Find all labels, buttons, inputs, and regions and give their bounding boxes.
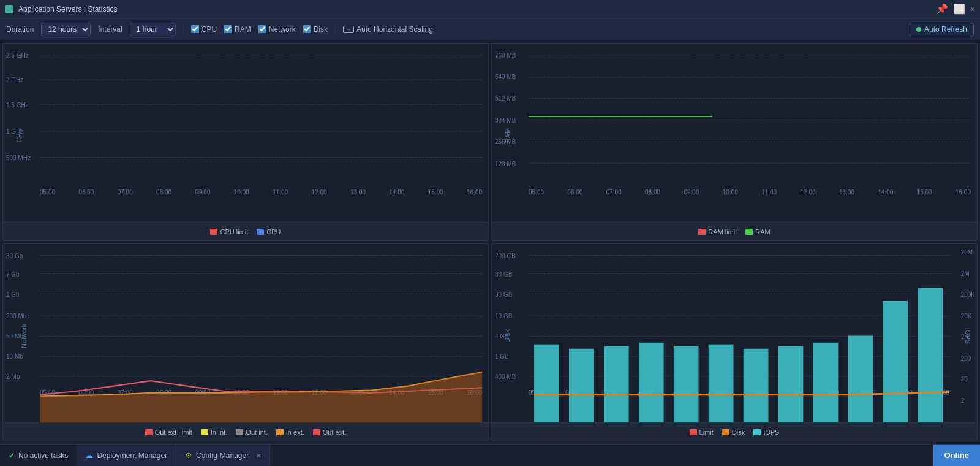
network-checkbox-item[interactable]: Network: [258, 25, 296, 34]
no-active-tasks-label: No active tasks: [18, 451, 68, 460]
svg-rect-9: [778, 346, 804, 422]
config-icon: ⚙: [185, 451, 192, 460]
ram-gridline-4: 256 MB: [529, 142, 971, 142]
network-chart-inner: 30 Gb 7 Gb 1 Gb 200 Mb 50 Mb 10 Mb: [40, 249, 482, 422]
ram-gridline-5: 128 MB: [529, 163, 971, 164]
legend-cpu: CPU: [257, 228, 281, 235]
ram-chart-panel: RAM 768 MB 640 MB 512 MB 384 MB 256 MB: [491, 43, 978, 241]
legend-iops: IOPS: [753, 429, 779, 436]
cpu-x-axis: 05:00 06:00 07:00 08:00 09:00 10:00 11:0…: [40, 186, 482, 204]
ram-chart-inner: 768 MB 640 MB 512 MB 384 MB 256 MB 128 M…: [529, 48, 971, 222]
ram-checkbox[interactable]: [224, 25, 232, 33]
legend-ram: RAM: [745, 228, 770, 235]
tab-deployment-manager[interactable]: ☁ Deployment Manager: [77, 445, 176, 466]
config-manager-label: Config-Manager: [196, 451, 249, 460]
auto-horiz-scaling: ↔ Auto Horizontal Scaling: [343, 25, 433, 34]
network-checkbox[interactable]: [258, 25, 266, 33]
bottom-bar: ✔ No active tasks ☁ Deployment Manager ⚙…: [0, 444, 980, 466]
iops-right-axis: 20M 2M 200K 20K 2K 200 20 2: [960, 249, 976, 404]
charts-area: CPU 2.5 GHz 2 GHz 1.5 GHz 1 GHz 500 MHz: [0, 40, 980, 444]
cpu-legend: CPU limit CPU: [3, 222, 488, 240]
close-icon[interactable]: ×: [970, 4, 975, 14]
network-legend: Out ext. limit In Int. Out int. In ext. …: [3, 422, 488, 441]
network-chart-panel: Network 30 Gb 7 Gb 1 Gb 200 Mb 50 Mb: [2, 243, 489, 441]
duration-select[interactable]: 12 hours 1 hour 3 hours 6 hours 1 day 1 …: [41, 23, 91, 36]
online-button[interactable]: Online: [933, 445, 980, 467]
auto-refresh-label: Auto Refresh: [924, 25, 967, 34]
svg-rect-2: [534, 345, 559, 422]
auto-refresh-button[interactable]: Auto Refresh: [910, 23, 974, 36]
disk-legend: Limit Disk IOPS: [492, 422, 977, 441]
svg-marker-1: [40, 372, 482, 422]
legend-cpu-limit-color: [210, 229, 217, 235]
ram-svg-line: [529, 48, 712, 140]
disk-checkbox-item[interactable]: Disk: [303, 25, 328, 34]
legend-in-int: In Int.: [201, 429, 228, 436]
duration-label: Duration: [6, 25, 34, 34]
svg-rect-8: [744, 349, 769, 422]
pin-icon[interactable]: 📌: [936, 3, 948, 15]
disk-label: Disk: [314, 25, 328, 34]
svg-rect-5: [639, 343, 664, 422]
svg-rect-6: [674, 346, 699, 422]
cpu-checkbox[interactable]: [191, 25, 199, 33]
tab-config-manager[interactable]: ⚙ Config-Manager ×: [176, 445, 270, 466]
title-bar: Application Servers : Statistics 📌 ⬜ ×: [0, 0, 980, 18]
cloud-icon: ☁: [85, 451, 93, 460]
check-icon: ✔: [9, 451, 15, 460]
maximize-icon[interactable]: ⬜: [953, 3, 965, 15]
legend-disk-limit: Limit: [690, 429, 714, 436]
auto-horiz-label: Auto Horizontal Scaling: [356, 25, 433, 34]
legend-out-ext: Out ext.: [313, 429, 347, 436]
disk-svg: [529, 249, 949, 422]
ram-x-axis: 05:00 06:00 07:00 08:00 09:00 10:00 11:0…: [529, 186, 971, 204]
legend-disk: Disk: [722, 429, 745, 436]
svg-rect-4: [604, 346, 629, 422]
app-icon: [5, 5, 13, 13]
svg-rect-3: [569, 349, 594, 422]
refresh-status-dot: [916, 27, 921, 32]
svg-rect-10: [813, 343, 839, 422]
svg-rect-7: [709, 345, 734, 422]
svg-rect-13: [918, 288, 943, 422]
network-svg: [40, 249, 482, 422]
cpu-label: CPU: [202, 25, 217, 34]
legend-ram-limit-color: [698, 229, 706, 235]
cpu-chart-panel: CPU 2.5 GHz 2 GHz 1.5 GHz 1 GHz 500 MHz: [2, 43, 489, 241]
legend-out-int: Out int.: [236, 429, 267, 436]
legend-ram-limit: RAM limit: [698, 228, 737, 235]
no-active-tasks: ✔ No active tasks: [0, 451, 77, 460]
network-label: Network: [269, 25, 296, 34]
ram-checkbox-item[interactable]: RAM: [224, 25, 251, 34]
interval-label: Interval: [98, 25, 122, 34]
legend-cpu-limit: CPU limit: [210, 228, 248, 235]
legend-cpu-color: [257, 229, 264, 235]
svg-rect-12: [883, 301, 908, 422]
deployment-manager-label: Deployment Manager: [97, 451, 167, 460]
svg-rect-11: [848, 336, 873, 423]
ram-legend: RAM limit RAM: [492, 222, 977, 240]
toolbar: Duration 12 hours 1 hour 3 hours 6 hours…: [0, 18, 980, 40]
legend-out-ext-limit: Out ext. limit: [145, 429, 192, 436]
legend-in-ext: In ext.: [276, 429, 304, 436]
separator2: [335, 23, 336, 36]
legend-ram-color: [745, 229, 753, 235]
cpu-grid: 2.5 GHz 2 GHz 1.5 GHz 1 GHz 500 MHz 05:0…: [40, 48, 482, 204]
window-title: Application Servers : Statistics: [18, 5, 931, 13]
cpu-chart-inner: 2.5 GHz 2 GHz 1.5 GHz 1 GHz 500 MHz 05:0…: [40, 48, 482, 222]
cpu-chart-svg: [40, 48, 224, 140]
disk-checkbox[interactable]: [303, 25, 311, 33]
ram-label: RAM: [235, 25, 251, 34]
cpu-gridline-4: 500 MHz: [40, 157, 482, 158]
disk-chart-inner: 200 GB 80 GB 30 GB 10 GB 4 GB 1 GB: [529, 249, 949, 422]
disk-chart-panel: Disk IOPS 200 GB 80 GB 30 GB 10 GB 4 GB: [491, 243, 978, 441]
separator: [183, 23, 184, 36]
cpu-checkbox-item[interactable]: CPU: [191, 25, 217, 34]
interval-select[interactable]: 1 hour 10 min 30 min 2 hours: [130, 23, 176, 36]
tab-close-icon[interactable]: ×: [256, 451, 261, 460]
